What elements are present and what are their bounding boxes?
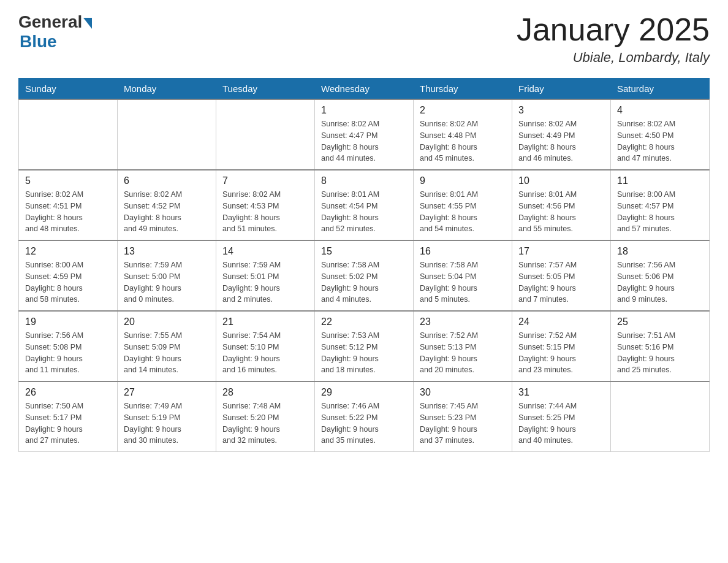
- day-info: Sunrise: 8:02 AMSunset: 4:47 PMDaylight:…: [321, 118, 407, 164]
- logo-blue-text: Blue: [20, 32, 57, 52]
- day-number: 26: [25, 387, 111, 398]
- day-info: Sunrise: 8:02 AMSunset: 4:48 PMDaylight:…: [420, 118, 506, 164]
- day-info: Sunrise: 8:00 AMSunset: 4:59 PMDaylight:…: [25, 259, 111, 305]
- day-info: Sunrise: 7:59 AMSunset: 5:01 PMDaylight:…: [222, 259, 308, 305]
- calendar-day-header: Wednesday: [315, 79, 414, 100]
- day-info: Sunrise: 7:46 AMSunset: 5:22 PMDaylight:…: [321, 400, 407, 446]
- calendar-cell: 28Sunrise: 7:48 AMSunset: 5:20 PMDayligh…: [216, 381, 315, 452]
- calendar-day-header: Sunday: [19, 79, 118, 100]
- day-info: Sunrise: 7:44 AMSunset: 5:25 PMDaylight:…: [518, 400, 604, 446]
- calendar-cell: 23Sunrise: 7:52 AMSunset: 5:13 PMDayligh…: [414, 311, 512, 381]
- day-number: 23: [420, 316, 506, 327]
- calendar-cell: 18Sunrise: 7:56 AMSunset: 5:06 PMDayligh…: [611, 240, 710, 311]
- day-number: 27: [124, 387, 210, 398]
- calendar-cell: 15Sunrise: 7:58 AMSunset: 5:02 PMDayligh…: [315, 240, 414, 311]
- day-info: Sunrise: 7:52 AMSunset: 5:13 PMDaylight:…: [420, 330, 506, 376]
- day-number: 5: [25, 175, 111, 186]
- day-number: 28: [222, 387, 308, 398]
- calendar-cell: 9Sunrise: 8:01 AMSunset: 4:55 PMDaylight…: [414, 170, 512, 240]
- calendar-cell: 8Sunrise: 8:01 AMSunset: 4:54 PMDaylight…: [315, 170, 414, 240]
- day-number: 20: [124, 316, 210, 327]
- calendar-cell: 10Sunrise: 8:01 AMSunset: 4:56 PMDayligh…: [512, 170, 611, 240]
- day-info: Sunrise: 8:02 AMSunset: 4:51 PMDaylight:…: [25, 189, 111, 235]
- day-number: 10: [518, 175, 604, 186]
- calendar-day-header: Monday: [118, 79, 216, 100]
- calendar-cell: 7Sunrise: 8:02 AMSunset: 4:53 PMDaylight…: [216, 170, 315, 240]
- day-number: 19: [25, 316, 111, 327]
- day-number: 13: [124, 246, 210, 257]
- day-number: 24: [518, 316, 604, 327]
- day-info: Sunrise: 7:51 AMSunset: 5:16 PMDaylight:…: [617, 330, 703, 376]
- day-info: Sunrise: 8:02 AMSunset: 4:53 PMDaylight:…: [222, 189, 308, 235]
- calendar-cell: [216, 99, 315, 170]
- calendar-week-row: 19Sunrise: 7:56 AMSunset: 5:08 PMDayligh…: [19, 311, 710, 381]
- calendar-cell: 17Sunrise: 7:57 AMSunset: 5:05 PMDayligh…: [512, 240, 611, 311]
- day-info: Sunrise: 7:45 AMSunset: 5:23 PMDaylight:…: [420, 400, 506, 446]
- calendar-cell: 31Sunrise: 7:44 AMSunset: 5:25 PMDayligh…: [512, 381, 611, 452]
- location-subtitle: Ubiale, Lombardy, Italy: [517, 50, 710, 66]
- calendar-cell: [19, 99, 118, 170]
- calendar-week-row: 1Sunrise: 8:02 AMSunset: 4:47 PMDaylight…: [19, 99, 710, 170]
- day-number: 11: [617, 175, 703, 186]
- day-info: Sunrise: 8:02 AMSunset: 4:50 PMDaylight:…: [617, 118, 703, 164]
- month-title: January 2025: [517, 12, 710, 47]
- calendar-cell: 26Sunrise: 7:50 AMSunset: 5:17 PMDayligh…: [19, 381, 118, 452]
- day-number: 9: [420, 175, 506, 186]
- day-number: 21: [222, 316, 308, 327]
- calendar-week-row: 26Sunrise: 7:50 AMSunset: 5:17 PMDayligh…: [19, 381, 710, 452]
- day-number: 4: [617, 105, 703, 116]
- day-number: 14: [222, 246, 308, 257]
- calendar-cell: 27Sunrise: 7:49 AMSunset: 5:19 PMDayligh…: [118, 381, 216, 452]
- day-number: 29: [321, 387, 407, 398]
- calendar-header-row: SundayMondayTuesdayWednesdayThursdayFrid…: [19, 79, 710, 100]
- day-number: 17: [518, 246, 604, 257]
- logo-arrow-icon: [83, 18, 92, 29]
- day-info: Sunrise: 7:54 AMSunset: 5:10 PMDaylight:…: [222, 330, 308, 376]
- calendar-cell: 11Sunrise: 8:00 AMSunset: 4:57 PMDayligh…: [611, 170, 710, 240]
- calendar-day-header: Tuesday: [216, 79, 315, 100]
- calendar-cell: 24Sunrise: 7:52 AMSunset: 5:15 PMDayligh…: [512, 311, 611, 381]
- calendar-cell: 19Sunrise: 7:56 AMSunset: 5:08 PMDayligh…: [19, 311, 118, 381]
- day-info: Sunrise: 8:02 AMSunset: 4:49 PMDaylight:…: [518, 118, 604, 164]
- logo: General Blue: [18, 12, 92, 52]
- day-info: Sunrise: 7:59 AMSunset: 5:00 PMDaylight:…: [124, 259, 210, 305]
- day-number: 6: [124, 175, 210, 186]
- day-number: 8: [321, 175, 407, 186]
- day-number: 30: [420, 387, 506, 398]
- day-info: Sunrise: 7:56 AMSunset: 5:08 PMDaylight:…: [25, 330, 111, 376]
- calendar-day-header: Saturday: [611, 79, 710, 100]
- day-info: Sunrise: 8:00 AMSunset: 4:57 PMDaylight:…: [617, 189, 703, 235]
- calendar-cell: 14Sunrise: 7:59 AMSunset: 5:01 PMDayligh…: [216, 240, 315, 311]
- day-info: Sunrise: 7:50 AMSunset: 5:17 PMDaylight:…: [25, 400, 111, 446]
- calendar-cell: 12Sunrise: 8:00 AMSunset: 4:59 PMDayligh…: [19, 240, 118, 311]
- calendar-cell: 13Sunrise: 7:59 AMSunset: 5:00 PMDayligh…: [118, 240, 216, 311]
- calendar-cell: 6Sunrise: 8:02 AMSunset: 4:52 PMDaylight…: [118, 170, 216, 240]
- calendar-week-row: 5Sunrise: 8:02 AMSunset: 4:51 PMDaylight…: [19, 170, 710, 240]
- day-number: 15: [321, 246, 407, 257]
- day-number: 1: [321, 105, 407, 116]
- day-info: Sunrise: 8:01 AMSunset: 4:54 PMDaylight:…: [321, 189, 407, 235]
- day-info: Sunrise: 8:01 AMSunset: 4:55 PMDaylight:…: [420, 189, 506, 235]
- day-info: Sunrise: 7:58 AMSunset: 5:04 PMDaylight:…: [420, 259, 506, 305]
- day-number: 16: [420, 246, 506, 257]
- day-number: 22: [321, 316, 407, 327]
- day-number: 18: [617, 246, 703, 257]
- calendar-cell: 21Sunrise: 7:54 AMSunset: 5:10 PMDayligh…: [216, 311, 315, 381]
- day-info: Sunrise: 7:52 AMSunset: 5:15 PMDaylight:…: [518, 330, 604, 376]
- day-info: Sunrise: 7:57 AMSunset: 5:05 PMDaylight:…: [518, 259, 604, 305]
- calendar-week-row: 12Sunrise: 8:00 AMSunset: 4:59 PMDayligh…: [19, 240, 710, 311]
- day-number: 12: [25, 246, 111, 257]
- calendar-cell: 4Sunrise: 8:02 AMSunset: 4:50 PMDaylight…: [611, 99, 710, 170]
- calendar-cell: 16Sunrise: 7:58 AMSunset: 5:04 PMDayligh…: [414, 240, 512, 311]
- day-info: Sunrise: 7:48 AMSunset: 5:20 PMDaylight:…: [222, 400, 308, 446]
- calendar-cell: 20Sunrise: 7:55 AMSunset: 5:09 PMDayligh…: [118, 311, 216, 381]
- day-info: Sunrise: 7:56 AMSunset: 5:06 PMDaylight:…: [617, 259, 703, 305]
- day-info: Sunrise: 8:01 AMSunset: 4:56 PMDaylight:…: [518, 189, 604, 235]
- calendar-cell: 25Sunrise: 7:51 AMSunset: 5:16 PMDayligh…: [611, 311, 710, 381]
- calendar-cell: 5Sunrise: 8:02 AMSunset: 4:51 PMDaylight…: [19, 170, 118, 240]
- day-info: Sunrise: 7:49 AMSunset: 5:19 PMDaylight:…: [124, 400, 210, 446]
- day-number: 7: [222, 175, 308, 186]
- day-info: Sunrise: 7:55 AMSunset: 5:09 PMDaylight:…: [124, 330, 210, 376]
- calendar-cell: [118, 99, 216, 170]
- calendar-cell: 22Sunrise: 7:53 AMSunset: 5:12 PMDayligh…: [315, 311, 414, 381]
